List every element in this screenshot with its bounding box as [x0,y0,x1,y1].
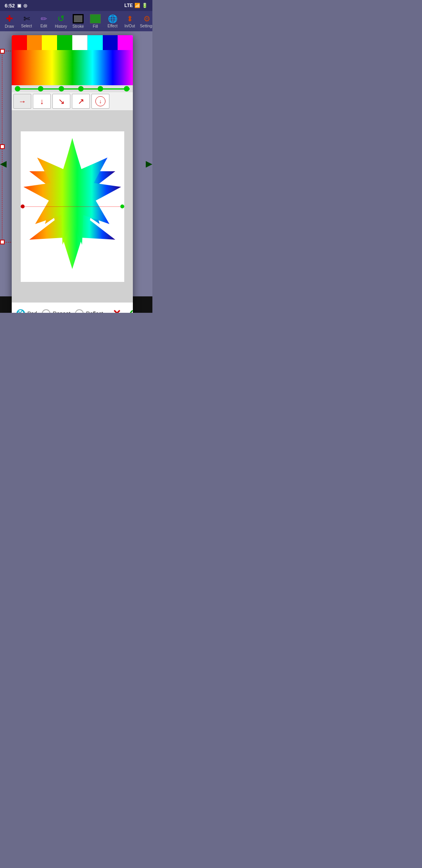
cancel-button[interactable]: ✕ [113,307,121,313]
dir-down[interactable]: ↓ [33,94,51,109]
canvas-area: ◀ ▶ [0,31,152,296]
inout-icon: ⬍ [127,14,133,23]
slider-dot-4[interactable] [98,86,103,91]
dir-diag-up-icon: ↗ [78,97,84,106]
page: 6:52 ▣ ◎ LTE 📶 🔋 ✚ Draw ✄ Select ✏ Edit … [0,0,152,313]
dir-diag-down-icon: ↘ [58,97,65,106]
swatch-white[interactable] [72,35,88,50]
pad-radio[interactable] [16,309,25,313]
toolbar-inout[interactable]: ⬍ In/Out [121,12,138,30]
draw-icon: ✚ [6,14,13,24]
left-arrow[interactable]: ◀ [0,159,7,169]
status-bar: 6:52 ▣ ◎ LTE 📶 🔋 [0,0,152,11]
handle-tl[interactable] [0,49,5,54]
battery-icon: 🔋 [142,3,148,8]
signal-icon: ◎ [23,3,27,8]
swatch-red[interactable] [12,35,27,50]
color-swatches-row [12,35,133,50]
confirm-button[interactable]: ✓ [126,307,133,313]
dir-right-icon: → [18,97,26,106]
gradient-end-handle[interactable] [120,204,124,208]
slider-dot-3[interactable] [78,86,84,91]
select-icon: ✄ [23,14,30,23]
settings-label: Settings [140,24,152,28]
inout-label: In/Out [124,24,135,28]
lte-label: LTE [124,3,133,8]
repeat-option[interactable]: Repeat [42,309,70,313]
stroke-label: Stroke [73,24,84,29]
draw-label: Draw [5,24,14,29]
dir-diagonal-up[interactable]: ↗ [72,94,90,109]
history-icon: ↺ [57,14,64,24]
toolbar-edit[interactable]: ✏ Edit [35,12,52,30]
toolbar-draw[interactable]: ✚ Draw [1,12,18,30]
pad-label: Pad [27,310,37,313]
toolbar-settings[interactable]: ⚙ Settings [138,12,152,30]
gradient-start-handle[interactable] [21,204,25,208]
repeat-label: Repeat [53,310,70,313]
sim-icon: ▣ [17,3,21,8]
edit-icon: ✏ [41,14,47,23]
dir-down-icon: ↓ [40,97,44,106]
swatch-orange[interactable] [27,35,42,50]
dir-radial-icon: ↓ [95,96,106,106]
slider-dot-2[interactable] [59,86,64,91]
fill-label: Fill [93,24,98,29]
right-arrow[interactable]: ▶ [146,159,152,169]
select-label: Select [21,24,32,28]
bottom-controls: Pad Repeat Reflect ✕ [12,302,133,313]
edit-label: Edit [40,24,47,28]
status-right: LTE 📶 🔋 [124,3,148,8]
status-left: 6:52 ▣ ◎ [5,3,27,9]
reflect-label: Reflect [86,310,103,313]
swatch-cyan[interactable] [88,35,103,50]
gradient-line [21,206,124,207]
swatch-green[interactable] [57,35,72,50]
toolbar-history[interactable]: ↺ History [52,12,70,30]
settings-icon: ⚙ [143,14,150,23]
pad-radio-dot [17,311,20,313]
gradient-slider[interactable] [12,85,133,92]
gradient-dialog: → ↓ ↘ ↗ ↓ [12,35,133,313]
preview-area [12,111,133,302]
toolbar: ✚ Draw ✄ Select ✏ Edit ↺ History Stroke … [0,11,152,31]
slider-dot-1[interactable] [38,86,43,91]
gradient-bar[interactable] [12,50,133,85]
reflect-option[interactable]: Reflect [75,309,103,313]
direction-buttons: → ↓ ↘ ↗ ↓ [12,92,133,111]
handle-ml[interactable] [0,144,5,149]
dir-diagonal-down[interactable]: ↘ [52,94,70,109]
toolbar-stroke[interactable]: Stroke [70,12,87,30]
swatch-blue[interactable] [103,35,118,50]
handle-bl[interactable] [0,240,5,244]
preview-white-box [21,131,124,282]
dir-right[interactable]: → [13,94,31,109]
toolbar-effect[interactable]: 🌐 Effect [104,12,121,30]
signal-bars: 📶 [134,3,140,8]
slider-line [15,88,130,90]
swatch-yellow[interactable] [42,35,57,50]
slider-dot-5[interactable] [124,86,129,91]
effect-icon: 🌐 [108,14,118,23]
pad-option[interactable]: Pad [16,309,37,313]
dir-radial[interactable]: ↓ [91,94,109,109]
effect-label: Effect [107,24,117,28]
confirm-icon: ✓ [126,308,133,313]
cancel-icon: ✕ [113,308,121,313]
history-label: History [55,24,67,29]
repeat-radio[interactable] [42,309,50,313]
time: 6:52 [5,3,15,9]
swatch-magenta[interactable] [118,35,133,50]
reflect-radio[interactable] [75,309,84,313]
toolbar-select[interactable]: ✄ Select [18,12,35,30]
toolbar-fill[interactable]: Fill [87,12,104,30]
slider-dot-0[interactable] [15,86,20,91]
